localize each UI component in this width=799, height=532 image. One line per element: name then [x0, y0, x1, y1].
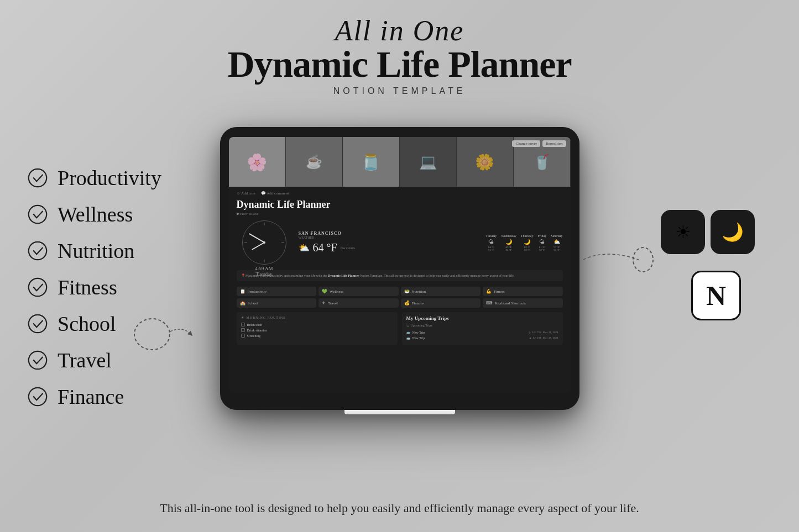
cover-photo-2: ☕	[286, 137, 343, 187]
cat-wellness[interactable]: 💚Wellness	[318, 287, 399, 296]
feature-label-finance: Finance	[58, 384, 124, 409]
add-icon-btn[interactable]: ☺ Add icon	[237, 191, 255, 196]
widget-row: 4:59 AM Tuesday SAN FRANCISCO WEATHER ⛅ …	[237, 220, 563, 265]
check-icon-nutrition	[28, 241, 48, 261]
bottom-widgets: ☀ MORNING ROUTINE Brush teeth Drink vita…	[237, 312, 563, 345]
clock-widget: 4:59 AM Tuesday	[237, 220, 292, 265]
cursive-title: All in One	[206, 17, 593, 45]
feature-label-fitness: Fitness	[58, 275, 117, 299]
trips-subtitle: ☰ Upcoming Trips	[406, 323, 558, 327]
routine-checkbox-3[interactable]	[241, 334, 245, 338]
feature-label-wellness: Wellness	[58, 202, 133, 227]
check-icon-productivity	[28, 168, 48, 188]
forecast-tue: Tuesday 🌤 64 °F51 °F	[485, 234, 497, 251]
forecast-fri: Friday 🌤 61 °F52 °F	[538, 234, 547, 251]
feature-item-nutrition: Nutrition	[28, 239, 161, 263]
feature-label-school: School	[58, 312, 116, 336]
header: All in One Dynamic Life Planner NOTION T…	[206, 17, 593, 96]
ipad-device: 🌸 ☕ 🫙 💻 🌼 🥤 Change cover	[220, 127, 579, 410]
notion-how-to-use[interactable]: ▶ How to Use	[237, 212, 563, 216]
routine-widget: ☀ MORNING ROUTINE Brush teeth Drink vita…	[237, 312, 398, 345]
cover-strip: 🌸 ☕ 🫙 💻 🌼 🥤 Change cover	[229, 137, 571, 187]
cover-photo-4: 💻	[400, 137, 457, 187]
weather-city: SAN FRANCISCO	[299, 231, 479, 236]
right-arrow-annotation	[578, 243, 655, 276]
routine-checkbox-2[interactable]	[241, 328, 245, 332]
right-icons: ☀ 🌙 N	[661, 210, 755, 320]
feature-item-wellness: Wellness	[28, 202, 161, 227]
feature-label-nutrition: Nutrition	[58, 239, 134, 263]
svg-point-7	[134, 319, 170, 350]
routine-item-2: Drink vitamins	[241, 328, 393, 332]
clock-hour-hand	[251, 242, 264, 250]
routine-item-1: Brush teeth	[241, 323, 393, 326]
check-icon-travel	[28, 350, 48, 370]
cat-travel[interactable]: ✈Travel	[318, 298, 399, 308]
trips-widget: My Upcoming Trips ☰ Upcoming Trips 🚌 New…	[402, 312, 563, 345]
tagline: This all-in-one tool is designed to help…	[160, 501, 639, 515]
forecast-thu: Thursday 🌙 62 °F52 °F	[521, 234, 534, 251]
theme-icons: ☀ 🌙	[661, 210, 755, 254]
forecast-row: Tuesday 🌤 64 °F51 °F Wednesday 🌙 63 °F52…	[485, 234, 562, 251]
check-icon-fitness	[28, 277, 48, 297]
cover-photo-3: 🫙	[343, 137, 400, 187]
feature-item-finance: Finance	[28, 384, 161, 409]
feature-item-fitness: Fitness	[28, 275, 161, 299]
reposition-btn[interactable]: Reposition	[542, 140, 566, 147]
cat-school[interactable]: 🏫School	[237, 298, 317, 308]
notion-page-title: Dynamic Life Planner	[237, 199, 563, 210]
weather-temp: 64 °F	[313, 241, 337, 254]
right-annotation	[578, 243, 655, 278]
clock-time: 4:59 AM Tuesday	[237, 266, 292, 277]
cat-finance[interactable]: 💰Finance	[401, 298, 481, 308]
cat-productivity[interactable]: 📋Productivity	[237, 287, 317, 296]
notion-top-bar: ☺ Add icon 💬 Add comment	[237, 191, 563, 196]
main-title: Dynamic Life Planner	[206, 45, 593, 83]
weather-label: WEATHER	[299, 236, 479, 239]
cover-photo-1: 🌸	[229, 137, 286, 187]
ipad-pencil	[344, 410, 455, 414]
cover-buttons: Change cover Reposition	[512, 140, 566, 147]
svg-point-2	[29, 242, 46, 260]
weather-condition: few clouds	[341, 246, 355, 250]
sun-icon-btn[interactable]: ☀	[661, 210, 705, 254]
weather-main: ⛅ 64 °F few clouds	[299, 241, 479, 254]
feature-label-productivity: Productivity	[58, 166, 161, 190]
clock-minute-hand	[248, 233, 264, 243]
check-icon-school	[28, 314, 48, 334]
svg-point-1	[29, 206, 46, 223]
cover-photo-5: 🌼	[457, 137, 514, 187]
left-arrow-annotation	[133, 315, 199, 354]
svg-point-0	[29, 169, 46, 187]
feature-list: Productivity Wellness Nutrition Fitness …	[28, 166, 161, 421]
routine-checkbox-1[interactable]	[241, 323, 245, 326]
notion-content: ☺ Add icon 💬 Add comment Dynamic Life Pl…	[229, 187, 571, 349]
notion-icon[interactable]: N	[691, 271, 741, 320]
ipad-screen: 🌸 ☕ 🫙 💻 🌼 🥤 Change cover	[229, 137, 571, 393]
cat-fitness[interactable]: 💪Fitness	[483, 287, 563, 296]
svg-point-3	[29, 278, 46, 296]
routine-item-3: Stretching	[241, 334, 393, 338]
feature-label-travel: Travel	[58, 348, 112, 372]
forecast-sat: Saturday ⛅ 57 °F51 °F	[551, 234, 562, 251]
svg-point-6	[29, 388, 46, 405]
trips-title: My Upcoming Trips	[406, 315, 558, 321]
weather-widget: SAN FRANCISCO WEATHER ⛅ 64 °F few clouds	[299, 231, 479, 254]
left-annotation	[133, 315, 199, 356]
check-icon-wellness	[28, 204, 48, 224]
forecast-wed: Wednesday 🌙 63 °F52 °F	[501, 234, 516, 251]
feature-item-productivity: Productivity	[28, 166, 161, 190]
check-icon-finance	[28, 387, 48, 407]
svg-point-4	[29, 315, 46, 333]
cat-keyboard[interactable]: ⌨Keyboard Shortcuts	[483, 298, 563, 308]
add-comment-btn[interactable]: 💬 Add comment	[261, 191, 289, 196]
svg-point-5	[29, 351, 46, 369]
moon-icon-btn[interactable]: 🌙	[711, 210, 755, 254]
change-cover-btn[interactable]: Change cover	[512, 140, 540, 147]
routine-title: ☀ MORNING ROUTINE	[241, 315, 393, 319]
svg-point-8	[633, 247, 653, 272]
cat-nutrition[interactable]: 🥗Nutrition	[401, 287, 481, 296]
clock-face	[242, 220, 286, 265]
trip-item-2[interactable]: 🚌 New Trip ✈ LF 234 May 28, 2024	[406, 336, 558, 340]
trip-item-1[interactable]: 🚌 New Trip ✈ UG 759 May 31, 2024	[406, 330, 558, 334]
